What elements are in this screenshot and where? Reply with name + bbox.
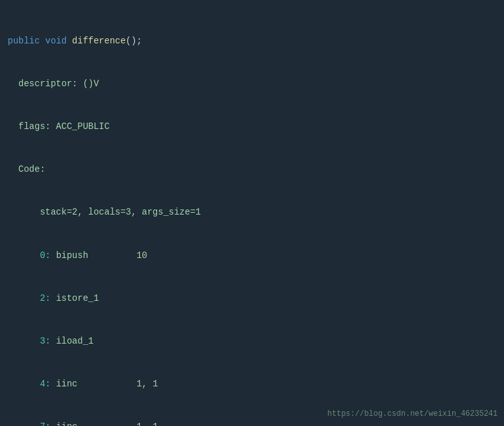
code-label-line: Code: [8, 162, 496, 176]
mnemonic-2: istore_1 [56, 293, 99, 303]
descriptor-line: descriptor: ()V [8, 77, 496, 91]
instr-2: 2: istore_1 [8, 291, 496, 305]
title-line: public void difference(); [8, 34, 496, 48]
parens: (); [126, 36, 142, 46]
flags-line: flags: ACC_PUBLIC [8, 119, 496, 133]
method-name: difference [72, 36, 126, 46]
instr-0: 0: bipush 10 [8, 248, 496, 262]
descriptor-text: descriptor: ()V [19, 79, 99, 89]
instr-7: 7: iinc 1, 1 [8, 420, 496, 426]
code-block: public void difference(); descriptor: ()… [0, 0, 504, 426]
flags-text: flags: ACC_PUBLIC [19, 121, 110, 132]
offset-3: 3: [40, 336, 50, 346]
offset-4: 4: [40, 379, 50, 389]
mnemonic-7: iinc [56, 422, 137, 426]
arg-0: 10 [137, 250, 148, 261]
stack-info-line: stack=2, locals=3, args_size=1 [8, 205, 496, 219]
keyword-public: public [8, 36, 40, 46]
watermark: https://blog.csdn.net/weixin_46235241 [328, 409, 498, 418]
mnemonic-0: bipush [56, 250, 137, 261]
mnemonic-3: iload_1 [56, 336, 94, 346]
keyword-void: void [45, 36, 67, 46]
stack-info: stack=2, locals=3, args_size=1 [29, 207, 201, 217]
mnemonic-4: iinc [56, 379, 137, 389]
offset-2: 2: [40, 293, 50, 303]
offset-0: 0: [40, 250, 50, 261]
offset-7: 7: [40, 422, 50, 426]
instr-4: 4: iinc 1, 1 [8, 377, 496, 391]
arg-7: 1, 1 [137, 422, 158, 426]
instr-3: 3: iload_1 [8, 334, 496, 348]
code-label: Code: [19, 164, 45, 174]
arg-4: 1, 1 [137, 379, 158, 389]
